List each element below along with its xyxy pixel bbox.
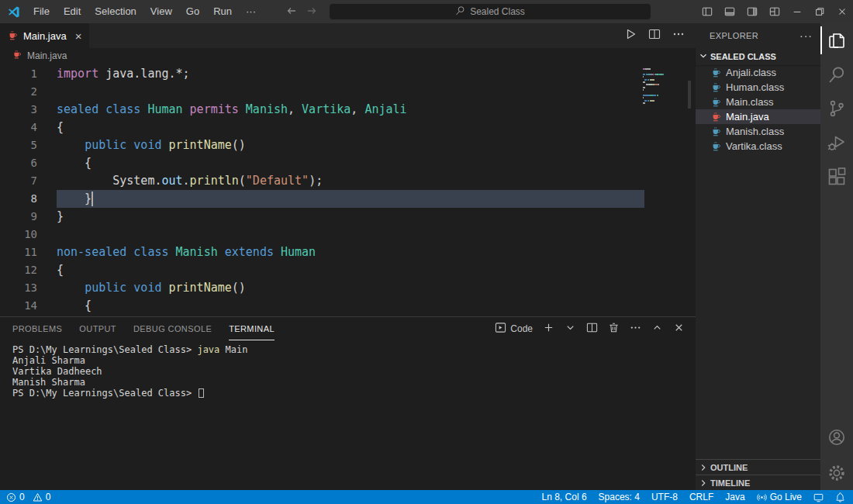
split-editor-button[interactable] bbox=[648, 28, 661, 43]
status-go-live[interactable]: Go Live bbox=[757, 492, 802, 502]
panel-plus-button[interactable] bbox=[543, 322, 554, 336]
file-name: Human.class bbox=[726, 81, 784, 93]
code-line-3[interactable]: 3sealed class Human permits Manish, Vart… bbox=[0, 101, 696, 119]
panel-chevron-down-button[interactable] bbox=[565, 322, 576, 336]
status-ln-8-col-6[interactable]: Ln 8, Col 6 bbox=[542, 492, 587, 502]
back-button[interactable] bbox=[285, 5, 298, 19]
panel-close-button[interactable] bbox=[673, 322, 685, 336]
menu-item-file[interactable]: File bbox=[26, 0, 57, 23]
more-actions-button[interactable] bbox=[672, 28, 685, 43]
terminal-shell-selector[interactable]: Code bbox=[495, 322, 533, 336]
token: . bbox=[183, 174, 190, 188]
terminal-token: java bbox=[197, 344, 219, 355]
activity-explorer[interactable] bbox=[820, 23, 853, 57]
code-line-13[interactable]: 13 public void printName() bbox=[0, 279, 696, 297]
panel-tab-output[interactable]: OUTPUT bbox=[79, 317, 116, 340]
activity-extensions[interactable] bbox=[820, 160, 853, 194]
line-number: 3 bbox=[0, 101, 37, 119]
file-item-vartika-class[interactable]: Vartika.class bbox=[696, 139, 820, 154]
code-line-7[interactable]: 7 System.out.println("Default"); bbox=[0, 172, 696, 190]
code-line-6[interactable]: 6 { bbox=[0, 154, 696, 172]
forward-button[interactable] bbox=[306, 5, 318, 19]
command-center-search[interactable]: Sealed Class bbox=[329, 3, 651, 20]
file-item-main-class[interactable]: Main.class bbox=[696, 95, 820, 109]
status-warnings[interactable]: 0 bbox=[33, 492, 51, 502]
panel-chevron-up-button[interactable] bbox=[651, 322, 663, 336]
run-button[interactable] bbox=[624, 28, 637, 43]
line-number: 6 bbox=[0, 154, 37, 172]
line-number: 4 bbox=[0, 119, 37, 136]
class-file-icon bbox=[711, 67, 722, 78]
code-line-2[interactable]: 2 bbox=[0, 83, 696, 101]
layout-sidebar-button[interactable] bbox=[696, 0, 718, 23]
panel-trash-button[interactable] bbox=[608, 322, 620, 336]
token: non-sealed bbox=[57, 245, 126, 259]
activity-search[interactable] bbox=[820, 57, 853, 91]
scrollbar-slider[interactable] bbox=[688, 81, 691, 109]
tab-main-java[interactable]: Main.java× bbox=[0, 23, 89, 48]
activity-settings-gear[interactable] bbox=[820, 456, 853, 490]
source-control-icon bbox=[827, 99, 846, 118]
menu-item-selection[interactable]: Selection bbox=[88, 0, 143, 23]
terminal-content[interactable]: PS D:\My Learnings\Sealed Class> java Ma… bbox=[0, 340, 696, 490]
close-button[interactable] bbox=[831, 0, 853, 23]
code-line-10[interactable]: 10 bbox=[0, 226, 696, 243]
token: void bbox=[133, 281, 161, 295]
file-item-human-class[interactable]: Human.class bbox=[696, 80, 820, 95]
file-item-anjali-class[interactable]: Anjali.class bbox=[696, 65, 820, 80]
menu-item-go[interactable]: Go bbox=[179, 0, 206, 23]
activity-run-debug[interactable] bbox=[820, 126, 853, 160]
terminal-line-5: PS D:\My Learnings\Sealed Class> bbox=[12, 388, 696, 399]
code-line-1[interactable]: 1import java.lang.*; bbox=[0, 65, 696, 83]
tab-close-button[interactable]: × bbox=[75, 30, 82, 42]
minimap-seg bbox=[645, 68, 651, 70]
menu-item-view[interactable]: View bbox=[143, 0, 179, 23]
status-crlf[interactable]: CRLF bbox=[689, 492, 713, 502]
terminal-token: Vartika Dadheech bbox=[12, 366, 102, 377]
editor[interactable]: 1import java.lang.*;23sealed class Human… bbox=[0, 64, 696, 316]
code-line-14[interactable]: 14 { bbox=[0, 297, 696, 315]
activity-account[interactable] bbox=[820, 420, 853, 454]
bell-icon bbox=[835, 492, 845, 502]
minimap-seg bbox=[643, 89, 644, 91]
line-number: 5 bbox=[0, 136, 37, 154]
maximize-button[interactable] bbox=[808, 0, 831, 23]
section-outline[interactable]: OUTLINE bbox=[696, 459, 820, 475]
token: printName bbox=[169, 138, 232, 152]
menu-item-run[interactable]: Run bbox=[206, 0, 239, 23]
code-line-12[interactable]: 12{ bbox=[0, 261, 696, 279]
status-utf-8[interactable]: UTF-8 bbox=[651, 492, 678, 502]
panel-split-terminal-button[interactable] bbox=[586, 322, 598, 336]
panel-more-actions-button[interactable] bbox=[630, 322, 641, 336]
layout-panel-button[interactable] bbox=[718, 0, 741, 23]
explorer-section-header[interactable]: SEALED CLASS bbox=[696, 48, 820, 65]
code-line-11[interactable]: 11non-sealed class Manish extends Human bbox=[0, 243, 696, 261]
status-remote[interactable] bbox=[813, 492, 824, 502]
status-errors[interactable]: 0 bbox=[6, 492, 25, 502]
code-line-4[interactable]: 4{ bbox=[0, 119, 696, 136]
code-line-9[interactable]: 9} bbox=[0, 208, 696, 226]
status-bell[interactable] bbox=[835, 492, 845, 502]
minimap[interactable] bbox=[643, 68, 669, 105]
section-timeline[interactable]: TIMELINE bbox=[696, 475, 820, 490]
menu-item-edit[interactable]: Edit bbox=[57, 0, 88, 23]
minimize-button[interactable] bbox=[786, 0, 808, 23]
breadcrumb[interactable]: Main.java bbox=[0, 48, 696, 64]
status-spaces-4[interactable]: Spaces: 4 bbox=[599, 492, 640, 502]
tab-bar: Main.java× bbox=[0, 23, 696, 48]
line-text: } bbox=[57, 208, 644, 226]
explorer-more-button[interactable]: ··· bbox=[799, 29, 813, 42]
file-item-main-java[interactable]: Main.java bbox=[696, 109, 820, 124]
panel-tab-problems[interactable]: PROBLEMS bbox=[12, 317, 62, 340]
layout-customize-button[interactable] bbox=[763, 0, 786, 23]
code-line-8[interactable]: 8 } bbox=[0, 190, 696, 208]
search-icon-slot bbox=[455, 5, 465, 18]
line-text: } bbox=[57, 190, 644, 208]
status-java[interactable]: Java bbox=[725, 492, 744, 502]
panel-tab-debug-console[interactable]: DEBUG CONSOLE bbox=[133, 317, 212, 340]
panel-tab-terminal[interactable]: TERMINAL bbox=[229, 317, 275, 340]
layout-sidebar-right-button[interactable] bbox=[741, 0, 763, 23]
file-item-manish-class[interactable]: Manish.class bbox=[696, 124, 820, 139]
activity-source-control[interactable] bbox=[820, 91, 853, 126]
code-line-5[interactable]: 5 public void printName() bbox=[0, 136, 696, 154]
